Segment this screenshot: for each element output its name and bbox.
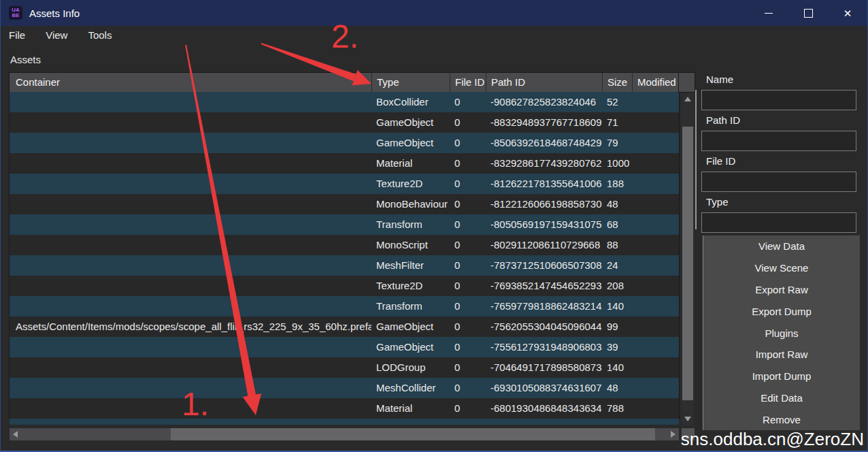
assets-info-window: UA BE Assets Info ✕ File View Tools Asse… xyxy=(0,0,868,452)
name-input[interactable] xyxy=(701,90,856,110)
partially-visible-row[interactable] xyxy=(10,419,679,425)
cell-modified xyxy=(632,378,679,398)
table-row[interactable]: MeshCollider 0 -6930105088374631607 48 xyxy=(10,378,679,398)
assets-panel-label: Assets xyxy=(10,54,41,65)
cell-path-id: -8050569197159431075 xyxy=(486,214,602,235)
cell-size: 68 xyxy=(602,214,632,235)
cell-modified xyxy=(632,337,679,357)
cell-container xyxy=(10,194,371,214)
table-header-cap xyxy=(679,73,695,92)
table-row[interactable]: MonoBehaviour 0 -8122126066198858730 48 xyxy=(10,194,679,214)
table-row[interactable]: Texture2D 0 -8126221781355641006 188 xyxy=(10,174,679,194)
name-field-group: Name xyxy=(701,74,859,110)
cell-type: Texture2D xyxy=(371,276,450,296)
cell-file-id: 0 xyxy=(450,214,486,235)
table-row[interactable]: Material 0 -8329286177439280762 1000 xyxy=(10,153,679,174)
table-row[interactable]: BoxCollider 0 -908627825823824046 52 xyxy=(10,92,679,112)
column-header-size[interactable]: Size xyxy=(602,73,632,92)
cell-size: 99 xyxy=(602,317,632,337)
table-row[interactable]: Material 0 -6801930486848343634 788 xyxy=(10,398,679,419)
cell-path-id: -8832948937767718609 xyxy=(486,112,602,133)
cell-size: 140 xyxy=(602,357,632,378)
action-button-view-data[interactable]: View Data xyxy=(703,236,860,257)
panel-splitter[interactable] xyxy=(695,90,697,229)
table-row[interactable]: GameObject 0 -8506392618468748429 79 xyxy=(10,133,679,153)
column-header-file-id[interactable]: File ID xyxy=(450,73,486,92)
vertical-scrollbar[interactable] xyxy=(682,93,694,425)
column-header-container[interactable]: Container xyxy=(10,73,371,92)
table-row[interactable]: GameObject 0 -8832948937767718609 71 xyxy=(10,112,679,133)
cell-file-id: 0 xyxy=(450,398,486,419)
scroll-left-icon[interactable] xyxy=(13,431,18,438)
menu-file[interactable]: File xyxy=(2,28,32,42)
table-row[interactable]: Transform 0 -7659779818862483214 140 xyxy=(10,296,679,317)
table-row[interactable]: MeshFilter 0 -7873712510606507308 24 xyxy=(10,255,679,276)
close-icon: ✕ xyxy=(844,8,852,18)
cell-path-id: -7873712510606507308 xyxy=(486,255,602,276)
horizontal-scrollbar-thumb[interactable] xyxy=(171,428,655,440)
column-header-type[interactable]: Type xyxy=(371,73,450,92)
action-button-import-raw[interactable]: Import Raw xyxy=(703,344,860,366)
cell-path-id: -6930105088374631607 xyxy=(486,378,602,398)
horizontal-scrollbar[interactable] xyxy=(10,428,679,440)
table-row[interactable]: GameObject 0 -7556127931948906803 39 xyxy=(10,337,679,357)
cell-modified xyxy=(632,255,679,276)
cell-size: 1000 xyxy=(602,153,632,174)
cell-type: Transform xyxy=(371,214,450,235)
action-button-export-dump[interactable]: Export Dump xyxy=(703,300,860,322)
table-row[interactable]: Texture2D 0 -7693852147454652293 208 xyxy=(10,276,679,296)
table-row[interactable]: LODGroup 0 -7046491717898580873 140 xyxy=(10,357,679,378)
type-input[interactable] xyxy=(701,212,856,233)
maximize-button[interactable] xyxy=(788,0,828,26)
action-button-remove[interactable]: Remove xyxy=(703,408,860,430)
action-button-import-dump[interactable]: Import Dump xyxy=(703,366,860,387)
cell-file-id: 0 xyxy=(450,378,486,398)
cell-path-id: -7556127931948906803 xyxy=(486,337,602,357)
cell-size: 71 xyxy=(602,112,632,133)
menu-view[interactable]: View xyxy=(39,28,74,42)
cell-file-id: 0 xyxy=(450,174,486,194)
menu-tools[interactable]: Tools xyxy=(81,28,118,42)
cell-modified xyxy=(632,296,679,317)
cell-size: 88 xyxy=(602,235,632,255)
cell-size: 48 xyxy=(602,194,632,214)
column-header-modified[interactable]: Modified xyxy=(632,73,679,92)
cell-modified xyxy=(632,317,679,337)
assets-table: Container Type File ID Path ID Size Modi… xyxy=(10,73,679,419)
cell-modified xyxy=(632,357,679,378)
vertical-scrollbar-thumb[interactable] xyxy=(682,127,693,400)
scroll-up-icon[interactable] xyxy=(684,97,691,101)
cell-container xyxy=(10,214,371,235)
cell-size: 79 xyxy=(602,133,632,153)
action-button-plugins[interactable]: Plugins xyxy=(703,322,860,344)
file-id-input[interactable] xyxy=(701,172,856,192)
cell-size: 52 xyxy=(602,92,632,112)
table-row[interactable]: Assets/Content/Items/mods/scopes/scope_a… xyxy=(10,317,679,337)
assets-table-body: BoxCollider 0 -908627825823824046 52 Gam… xyxy=(10,92,679,419)
watermark-text: sns.oddba.cn@ZeroZN xyxy=(681,429,864,450)
path-id-label: Path ID xyxy=(706,114,859,126)
cell-modified xyxy=(632,398,679,419)
scroll-right-icon[interactable] xyxy=(671,431,675,438)
actions-panel: View DataView SceneExport RawExport Dump… xyxy=(703,236,860,430)
action-button-view-scene[interactable]: View Scene xyxy=(703,257,860,279)
window-controls: ✕ xyxy=(749,0,867,26)
scroll-down-icon[interactable] xyxy=(684,417,691,421)
menu-bar: File View Tools xyxy=(1,26,867,44)
cell-file-id: 0 xyxy=(450,92,486,112)
cell-path-id: -8506392618468748429 xyxy=(486,133,602,153)
action-button-edit-data[interactable]: Edit Data xyxy=(703,387,860,408)
cell-type: GameObject xyxy=(371,112,450,133)
column-header-path-id[interactable]: Path ID xyxy=(486,73,602,92)
table-row[interactable]: Transform 0 -8050569197159431075 68 xyxy=(10,214,679,235)
minimize-button[interactable] xyxy=(749,0,788,26)
cell-container xyxy=(10,357,371,378)
action-button-export-raw[interactable]: Export Raw xyxy=(703,279,860,301)
cell-file-id: 0 xyxy=(450,317,486,337)
table-row[interactable]: MonoScript 0 -8029112086110729668 88 xyxy=(10,235,679,255)
close-button[interactable]: ✕ xyxy=(828,0,867,26)
path-id-input[interactable] xyxy=(701,131,856,151)
cell-type: MeshCollider xyxy=(371,378,450,398)
cell-modified xyxy=(632,92,679,112)
cell-path-id: -8122126066198858730 xyxy=(486,194,602,214)
